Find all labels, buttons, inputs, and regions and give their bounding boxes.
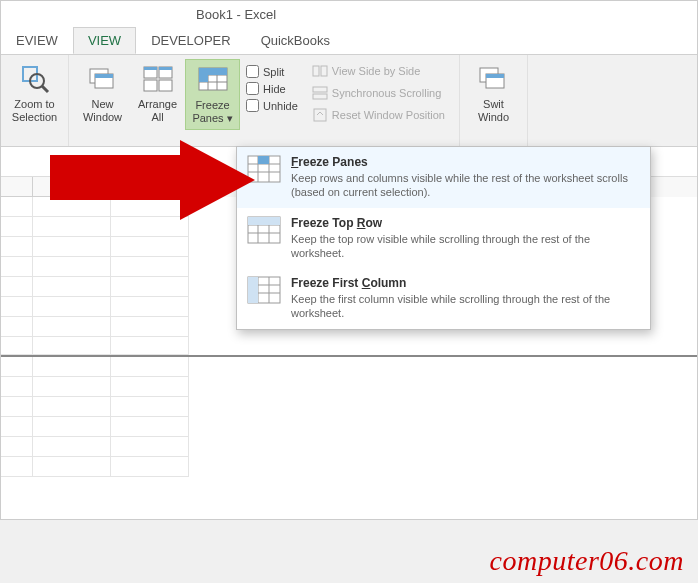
tab-review[interactable]: EVIEW <box>1 27 73 54</box>
window-title: Book1 - Excel <box>196 7 276 22</box>
table-row <box>1 417 697 437</box>
compare-stack: View Side by Side Synchronous Scrolling … <box>304 59 453 127</box>
label: Freeze Panes ▾ <box>192 99 232 125</box>
option-text: Freeze Top Row Keep the top row visible … <box>291 216 640 261</box>
title-bar: Book1 - Excel <box>1 1 697 27</box>
ribbon: Zoom to Selection New Window <box>1 55 697 147</box>
side-by-side-icon <box>312 63 328 79</box>
svg-rect-11 <box>159 67 172 70</box>
tab-developer[interactable]: DEVELOPER <box>136 27 245 54</box>
hide-checkbox[interactable]: Hide <box>246 82 298 95</box>
label: Swit Windo <box>478 98 509 124</box>
reset-pos-icon <box>312 107 328 123</box>
hide-check[interactable] <box>246 82 259 95</box>
label: Hide <box>263 83 286 95</box>
freeze-first-col-icon <box>247 276 281 304</box>
group-window: New Window Arrange All <box>69 55 460 146</box>
group-zoom: Zoom to Selection <box>1 55 69 146</box>
svg-rect-23 <box>313 87 327 92</box>
table-row <box>1 437 697 457</box>
svg-rect-28 <box>486 74 504 78</box>
split-hide-stack: Split Hide Unhide <box>240 59 304 118</box>
label: Unhide <box>263 100 298 112</box>
table-row <box>1 397 697 417</box>
corner-cell[interactable] <box>1 177 33 197</box>
freeze-panes-button[interactable]: Freeze Panes ▾ <box>185 59 240 130</box>
svg-rect-8 <box>144 80 157 91</box>
option-title: Freeze First Column <box>291 276 640 290</box>
option-text: Freeze First Column Keep the first colum… <box>291 276 640 321</box>
switch-windows-button[interactable]: Swit Windo <box>466 59 521 128</box>
split-check[interactable] <box>246 65 259 78</box>
svg-rect-5 <box>95 74 113 78</box>
tab-quickbooks[interactable]: QuickBooks <box>246 27 345 54</box>
new-window-button[interactable]: New Window <box>75 59 130 128</box>
table-row <box>1 337 697 357</box>
option-title: Freeze Top Row <box>291 216 640 230</box>
table-row <box>1 457 697 477</box>
unhide-check[interactable] <box>246 99 259 112</box>
svg-rect-24 <box>313 94 327 99</box>
svg-rect-22 <box>321 66 327 76</box>
option-desc: Keep the first column visible while scro… <box>291 292 640 321</box>
svg-rect-25 <box>314 109 326 121</box>
freeze-panes-icon <box>197 64 229 96</box>
freeze-panes-dropdown: Freeze Panes Keep rows and columns visib… <box>236 146 651 330</box>
view-side-by-side-button[interactable]: View Side by Side <box>308 61 449 81</box>
label: Reset Window Position <box>332 109 445 121</box>
sync-scroll-icon <box>312 85 328 101</box>
split-checkbox[interactable]: Split <box>246 65 298 78</box>
label: Arrange All <box>138 98 177 124</box>
svg-rect-9 <box>159 80 172 91</box>
table-row <box>1 377 697 397</box>
group-switch: Swit Windo <box>460 55 528 146</box>
svg-rect-18 <box>208 68 217 75</box>
annotation-arrow-icon <box>50 140 260 220</box>
arrange-icon <box>142 63 174 95</box>
svg-line-2 <box>42 86 48 92</box>
ribbon-tabs: EVIEW VIEW DEVELOPER QuickBooks <box>1 27 697 55</box>
svg-rect-19 <box>217 68 227 75</box>
unhide-checkbox[interactable]: Unhide <box>246 99 298 112</box>
svg-rect-46 <box>248 277 258 303</box>
svg-marker-47 <box>50 140 255 220</box>
zoom-to-selection-button[interactable]: Zoom to Selection <box>7 59 62 128</box>
tab-view[interactable]: VIEW <box>73 27 136 54</box>
label: Zoom to Selection <box>12 98 57 124</box>
label: New Window <box>83 98 122 124</box>
freeze-first-column-option[interactable]: Freeze First Column Keep the first colum… <box>237 268 650 329</box>
option-title: Freeze Panes <box>291 155 640 169</box>
label: View Side by Side <box>332 65 420 77</box>
svg-rect-10 <box>144 67 157 70</box>
watermark: computer06.com <box>490 545 684 577</box>
svg-rect-21 <box>313 66 319 76</box>
new-window-icon <box>87 63 119 95</box>
svg-rect-20 <box>199 75 208 82</box>
freeze-top-row-option[interactable]: Freeze Top Row Keep the top row visible … <box>237 208 650 269</box>
table-row <box>1 357 697 377</box>
freeze-panes-option[interactable]: Freeze Panes Keep rows and columns visib… <box>237 147 650 208</box>
label: Split <box>263 66 284 78</box>
magnifier-icon <box>19 63 51 95</box>
reset-position-button[interactable]: Reset Window Position <box>308 105 449 125</box>
option-desc: Keep the top row visible while scrolling… <box>291 232 640 261</box>
label: Synchronous Scrolling <box>332 87 441 99</box>
option-text: Freeze Panes Keep rows and columns visib… <box>291 155 640 200</box>
switch-windows-icon <box>477 63 509 95</box>
svg-rect-17 <box>199 68 208 75</box>
option-desc: Keep rows and columns visible while the … <box>291 171 640 200</box>
arrange-all-button[interactable]: Arrange All <box>130 59 185 128</box>
sync-scroll-button[interactable]: Synchronous Scrolling <box>308 83 449 103</box>
